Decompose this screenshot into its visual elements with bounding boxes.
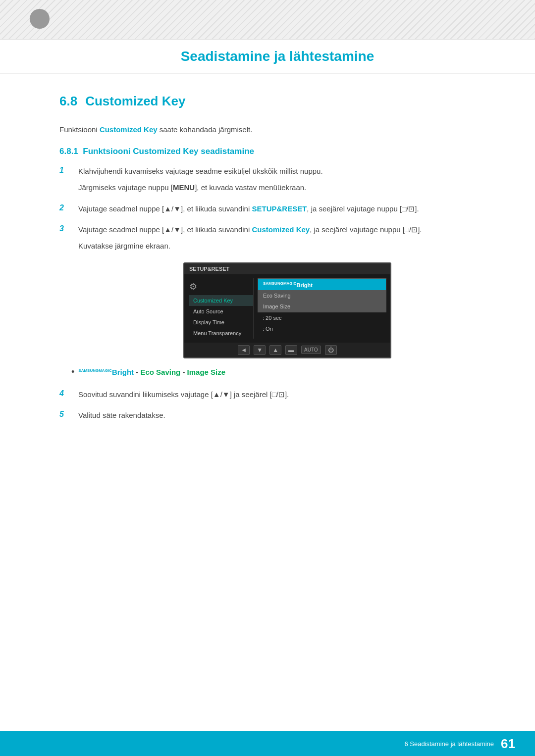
- btn-down-icon: ▼: [254, 345, 266, 355]
- image-size-text: Image Size: [187, 368, 226, 376]
- btn-auto-label: AUTO: [301, 346, 321, 354]
- menu-key-bold: MENU: [173, 183, 195, 192]
- step-2-number: 2: [59, 203, 69, 212]
- top-decorative-area: [0, 0, 535, 40]
- bullet-list: • SAMSUNGMAGICBright - Eco Saving - Imag…: [71, 366, 495, 379]
- step-2: 2 Vajutage seadmel nuppe [▲/▼], et liiku…: [59, 203, 495, 215]
- btn-square-icon: ▬: [285, 345, 297, 355]
- step-4-content: Soovitud suvandini liikumiseks vajutage …: [78, 389, 495, 401]
- bullet-text: SAMSUNGMAGICBright - Eco Saving - Image …: [78, 366, 225, 379]
- monitor-titlebar: SETUP&RESET: [184, 263, 390, 274]
- menu-item-auto: Auto Source: [189, 306, 253, 317]
- step-3: 3 Vajutage seadmel nuppe [▲/▼], et liiku…: [59, 224, 495, 252]
- step-3-content: Vajutage seadmel nuppe [▲/▼], et liikuda…: [78, 224, 495, 252]
- bullet-dot: •: [71, 367, 74, 376]
- separator2: -: [182, 368, 185, 376]
- step-4: 4 Soovitud suvandini liikumiseks vajutag…: [59, 389, 495, 401]
- menu-item-menu-trans: Menu Transparency: [189, 328, 253, 339]
- btn-power-icon: ⏻: [325, 345, 337, 355]
- bullet-item: • SAMSUNGMAGICBright - Eco Saving - Imag…: [71, 366, 495, 379]
- intro-paragraph: Funktsiooni Customized Key saate kohanda…: [59, 124, 495, 136]
- step-5-content: Valitud säte rakendatakse.: [78, 409, 495, 422]
- section-title: Customized Key: [85, 94, 185, 109]
- monitor-content: SAMSUNGMAGICBright Eco Saving Image Size…: [254, 278, 390, 339]
- monitor-image-container: SETUP&RESET ⚙ Customized Key Auto Source…: [79, 262, 495, 358]
- page-footer: 6 Seadistamine ja lähtestamine 61: [0, 731, 535, 756]
- magic-label: MAGIC: [99, 368, 112, 373]
- subsection-number: 6.8.1: [59, 147, 78, 156]
- intro-bold-word: Customized Key: [100, 125, 158, 134]
- monitor-bottom-bar: ◄ ▼ ▲ ▬ AUTO ⏻: [184, 343, 390, 357]
- monitor-sidebar: ⚙ Customized Key Auto Source Display Tim…: [184, 278, 254, 339]
- setup-reset-label: SETUP&RESET: [252, 204, 307, 213]
- page-title: Seadistamine ja lähtestamine: [59, 49, 495, 64]
- step-2-content: Vajutage seadmel nuppe [▲/▼], et liikuda…: [78, 203, 495, 215]
- steps-list: 1 Klahvijuhendi kuvamiseks vajutage sead…: [59, 165, 495, 252]
- monitor-submenu: SAMSUNGMAGICBright Eco Saving Image Size: [258, 278, 386, 313]
- subsection-title: 6.8.1 Funktsiooni Customized Key seadist…: [59, 147, 495, 156]
- step-3-number: 3: [59, 224, 69, 233]
- submenu-eco-saving: Eco Saving: [258, 290, 386, 301]
- intro-text-after: saate kohandada järgmiselt.: [158, 125, 253, 134]
- step-1-sub: Järgmiseks vajutage nuppu [MENU], et kuv…: [78, 182, 495, 194]
- footer-page-number: 61: [501, 736, 515, 752]
- step-1: 1 Klahvijuhendi kuvamiseks vajutage sead…: [59, 165, 495, 194]
- subsection-title-text: Funktsiooni Customized Key seadistamine: [83, 147, 254, 156]
- separator1: -: [136, 368, 138, 376]
- section-header: 6.8 Customized Key: [59, 94, 495, 114]
- menu-item-display: Display Time: [189, 317, 253, 328]
- btn-left-icon: ◄: [238, 345, 250, 355]
- display-time-value: : 20 sec: [258, 312, 386, 323]
- step-5: 5 Valitud säte rakendatakse.: [59, 409, 495, 422]
- section-number: 6.8: [59, 94, 77, 109]
- monitor-screen: SETUP&RESET ⚙ Customized Key Auto Source…: [183, 262, 391, 358]
- menu-item-customized: Customized Key: [189, 295, 253, 306]
- gear-icon: ⚙: [189, 278, 253, 295]
- btn-up-icon: ▲: [269, 345, 281, 355]
- step-4-number: 4: [59, 389, 69, 398]
- top-circle-icon: [30, 9, 50, 29]
- magic-bright-text: Bright: [112, 368, 134, 376]
- steps-list-2: 4 Soovitud suvandini liikumiseks vajutag…: [59, 389, 495, 422]
- step-5-number: 5: [59, 409, 69, 419]
- monitor-body: ⚙ Customized Key Auto Source Display Tim…: [184, 274, 390, 343]
- samsung-label: SAMSUNG: [78, 368, 99, 373]
- submenu-image-size: Image Size: [258, 301, 386, 312]
- step-1-text: Klahvijuhendi kuvamiseks vajutage seadme…: [78, 167, 323, 175]
- main-content: 6.8 Customized Key Funktsiooni Customize…: [0, 74, 535, 470]
- menu-trans-value: : On: [258, 323, 386, 334]
- step-1-content: Klahvijuhendi kuvamiseks vajutage seadme…: [78, 165, 495, 194]
- submenu-magic-bright: SAMSUNGMAGICBright: [258, 279, 386, 291]
- step-3-sub: Kuvatakse järgmine ekraan.: [78, 240, 495, 252]
- intro-text-before: Funktsiooni: [59, 125, 100, 134]
- step-1-number: 1: [59, 165, 69, 175]
- eco-saving-text: Eco Saving: [140, 368, 180, 376]
- page-title-bar: Seadistamine ja lähtestamine: [0, 40, 535, 74]
- footer-chapter-text: 6 Seadistamine ja lähtestamine: [404, 740, 494, 748]
- customized-key-label: Customized Key: [252, 225, 310, 234]
